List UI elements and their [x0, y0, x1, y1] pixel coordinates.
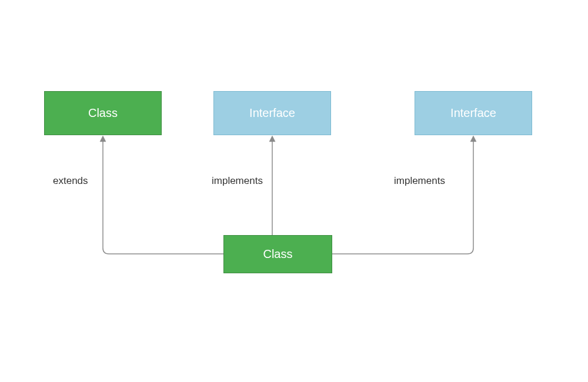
node-label: Interface — [249, 106, 295, 120]
edge-label-implements-2: implements — [394, 175, 445, 187]
inheritance-diagram: Class Interface Interface Class extends … — [0, 0, 588, 382]
connector-lines — [0, 0, 588, 382]
edge-label-extends: extends — [53, 175, 88, 187]
node-interface-2: Interface — [415, 91, 532, 135]
edge-extends — [103, 139, 223, 254]
edge-label-implements-1: implements — [212, 175, 263, 187]
node-label: Class — [88, 106, 118, 120]
node-label: Interface — [450, 106, 496, 120]
node-interface-1: Interface — [213, 91, 331, 135]
node-label: Class — [263, 247, 292, 261]
edge-implements-2 — [332, 139, 473, 254]
node-child-class: Class — [223, 235, 332, 273]
node-parent-class: Class — [44, 91, 162, 135]
